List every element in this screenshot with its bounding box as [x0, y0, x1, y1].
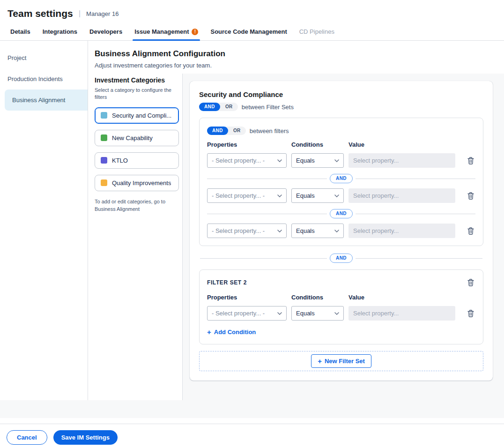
condition-select[interactable]: Equals	[291, 306, 344, 321]
property-select[interactable]: - Select property... -	[207, 306, 287, 321]
condition-select[interactable]: Equals	[291, 188, 344, 203]
category-label: New Capability	[112, 134, 153, 142]
value-input[interactable]	[348, 153, 455, 168]
value-input[interactable]	[348, 188, 455, 203]
tab-developers[interactable]: Developers	[85, 24, 127, 40]
condition-select-value: Equals	[296, 157, 315, 164]
investment-categories-panel: Investment Categories Select a category …	[88, 74, 183, 400]
category-color-swatch	[101, 134, 107, 141]
filter-set-1: AND OR between filters Properties Condit…	[199, 118, 483, 246]
delete-row-button[interactable]	[466, 156, 475, 166]
page-title: Team settings	[7, 8, 73, 19]
trash-icon	[467, 227, 474, 235]
chevron-down-icon	[334, 230, 339, 232]
category-new-capability[interactable]: New Capability	[95, 130, 179, 146]
tab-label: Source Code Management	[210, 28, 287, 35]
main-body: Project Production Incidents Business Al…	[0, 41, 504, 400]
chevron-down-icon	[334, 159, 339, 162]
title-divider: |	[79, 9, 81, 18]
toggle-label: between filters	[250, 127, 289, 134]
filter-row: - Select property... - Equals	[207, 224, 475, 238]
tab-issue-management[interactable]: Issue Management !	[130, 24, 203, 40]
and-or-toggle-sets[interactable]: AND OR	[199, 103, 238, 111]
sidebar-item-project[interactable]: Project	[0, 47, 88, 68]
and-joiner-pill: AND	[330, 209, 353, 218]
filter-sets-operator-row: AND OR between Filter Sets	[199, 103, 483, 111]
categories-title: Investment Categories	[95, 76, 176, 84]
chevron-down-icon	[277, 312, 282, 315]
category-security-and-compliance[interactable]: Security and Compli...	[95, 107, 179, 124]
chevron-down-icon	[277, 194, 282, 197]
tab-source-code-management[interactable]: Source Code Management	[206, 24, 291, 40]
filters-operator-row: AND OR between filters	[207, 127, 475, 135]
and-joiner-pill: AND	[330, 174, 353, 183]
tab-cd-pipelines: CD Pipelines	[295, 24, 339, 40]
sidebar-item-production-incidents[interactable]: Production Incidents	[0, 68, 88, 90]
categories-subtitle: Select a category to configure the filte…	[95, 87, 176, 101]
warning-badge-icon: !	[192, 29, 198, 35]
bottom-spacer	[0, 400, 504, 418]
delete-filter-set-button[interactable]	[466, 277, 475, 288]
tab-bar: Details Integrations Developers Issue Ma…	[0, 24, 504, 41]
column-properties: Properties	[207, 141, 287, 148]
manager-label: Manager 16	[86, 10, 119, 17]
page-header: Team settings | Manager 16	[0, 0, 504, 24]
and-segment[interactable]: AND	[207, 127, 228, 135]
filter-set-joiner: AND	[200, 254, 482, 263]
category-color-swatch	[101, 157, 107, 164]
business-alignment-content: Business Alignment Configuration Adjust …	[88, 41, 504, 400]
delete-row-button[interactable]	[466, 191, 475, 201]
new-filter-set-button[interactable]: + New Filter Set	[311, 354, 371, 368]
category-label: Security and Compli...	[112, 112, 171, 119]
column-value: Value	[348, 141, 455, 148]
new-filter-set-label: New Filter Set	[325, 358, 365, 365]
trash-icon	[467, 157, 474, 164]
filter-set-2: FILTER SET 2 Properties Conditions Value	[199, 269, 483, 344]
property-select-value: - Select property... -	[212, 157, 265, 164]
property-select[interactable]: - Select property... -	[207, 153, 287, 168]
joiner-line	[200, 258, 327, 259]
joiner-line	[356, 214, 475, 214]
or-segment[interactable]: OR	[220, 103, 238, 111]
categories-footnote: To add or edit categories, go to Busines…	[95, 198, 176, 213]
cancel-button[interactable]: Cancel	[7, 430, 47, 445]
value-input[interactable]	[348, 224, 455, 238]
and-segment[interactable]: AND	[199, 103, 220, 111]
category-ktlo[interactable]: KTLO	[95, 152, 179, 169]
property-select-value: - Select property... -	[212, 310, 265, 317]
condition-select[interactable]: Equals	[291, 153, 344, 168]
add-condition-button[interactable]: + Add Condition	[207, 329, 256, 336]
or-segment[interactable]: OR	[228, 127, 246, 135]
chevron-down-icon	[334, 312, 339, 315]
value-input[interactable]	[348, 306, 455, 321]
filter-set-2-title: FILTER SET 2	[207, 277, 247, 286]
and-joiner-pill: AND	[330, 254, 353, 263]
column-conditions: Conditions	[291, 294, 344, 301]
tab-integrations[interactable]: Integrations	[38, 24, 82, 40]
add-condition-label: Add Condition	[214, 329, 256, 336]
and-or-toggle-filters[interactable]: AND OR	[207, 127, 246, 135]
category-color-swatch	[101, 179, 107, 186]
trash-icon	[467, 310, 474, 317]
chevron-down-icon	[334, 194, 339, 197]
delete-row-button[interactable]	[466, 308, 475, 319]
joiner-line	[356, 258, 482, 259]
property-select[interactable]: - Select property... -	[207, 224, 287, 238]
filter-row: - Select property... - Equals	[207, 188, 475, 203]
new-filter-set-zone: + New Filter Set	[199, 351, 483, 371]
toggle-label: between Filter Sets	[242, 104, 294, 111]
save-im-settings-button[interactable]: Save IM Settings	[53, 430, 118, 445]
condition-select[interactable]: Equals	[291, 224, 344, 238]
delete-row-button[interactable]	[466, 226, 475, 236]
property-select-value: - Select property... -	[212, 192, 265, 199]
column-properties: Properties	[207, 294, 287, 301]
tab-label: Integrations	[43, 28, 77, 35]
condition-select-value: Equals	[296, 192, 315, 199]
plus-icon: +	[207, 329, 211, 336]
category-quality-improvements[interactable]: Quality Improvements	[95, 175, 179, 191]
property-select[interactable]: - Select property... -	[207, 188, 287, 203]
sidebar-item-business-alignment[interactable]: Business Alignment	[5, 90, 88, 111]
column-conditions: Conditions	[291, 141, 344, 148]
tab-details[interactable]: Details	[6, 24, 35, 40]
section-title: Business Alignment Configuration	[95, 49, 497, 59]
